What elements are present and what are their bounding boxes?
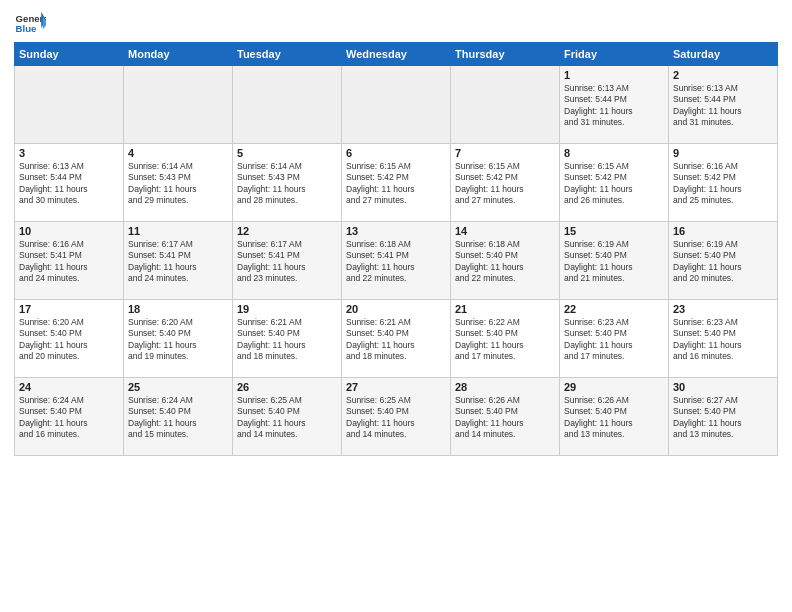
calendar-cell: 22Sunrise: 6:23 AMSunset: 5:40 PMDayligh…: [560, 300, 669, 378]
day-info: Sunrise: 6:19 AMSunset: 5:40 PMDaylight:…: [564, 239, 664, 285]
day-number: 9: [673, 147, 773, 159]
day-info: Sunrise: 6:13 AMSunset: 5:44 PMDaylight:…: [673, 83, 773, 129]
calendar-cell: 3Sunrise: 6:13 AMSunset: 5:44 PMDaylight…: [15, 144, 124, 222]
day-number: 11: [128, 225, 228, 237]
calendar-cell: 9Sunrise: 6:16 AMSunset: 5:42 PMDaylight…: [669, 144, 778, 222]
day-number: 30: [673, 381, 773, 393]
header-row: SundayMondayTuesdayWednesdayThursdayFrid…: [15, 43, 778, 66]
day-info: Sunrise: 6:15 AMSunset: 5:42 PMDaylight:…: [346, 161, 446, 207]
day-number: 20: [346, 303, 446, 315]
calendar-cell: 13Sunrise: 6:18 AMSunset: 5:41 PMDayligh…: [342, 222, 451, 300]
calendar-header: SundayMondayTuesdayWednesdayThursdayFrid…: [15, 43, 778, 66]
day-info: Sunrise: 6:13 AMSunset: 5:44 PMDaylight:…: [564, 83, 664, 129]
day-number: 1: [564, 69, 664, 81]
calendar-cell: 27Sunrise: 6:25 AMSunset: 5:40 PMDayligh…: [342, 378, 451, 456]
day-info: Sunrise: 6:24 AMSunset: 5:40 PMDaylight:…: [128, 395, 228, 441]
calendar-cell: 15Sunrise: 6:19 AMSunset: 5:40 PMDayligh…: [560, 222, 669, 300]
day-info: Sunrise: 6:26 AMSunset: 5:40 PMDaylight:…: [564, 395, 664, 441]
day-info: Sunrise: 6:25 AMSunset: 5:40 PMDaylight:…: [237, 395, 337, 441]
day-info: Sunrise: 6:20 AMSunset: 5:40 PMDaylight:…: [19, 317, 119, 363]
day-number: 17: [19, 303, 119, 315]
day-info: Sunrise: 6:14 AMSunset: 5:43 PMDaylight:…: [237, 161, 337, 207]
day-info: Sunrise: 6:21 AMSunset: 5:40 PMDaylight:…: [346, 317, 446, 363]
calendar-cell: [233, 66, 342, 144]
calendar-cell: 21Sunrise: 6:22 AMSunset: 5:40 PMDayligh…: [451, 300, 560, 378]
day-number: 28: [455, 381, 555, 393]
day-info: Sunrise: 6:15 AMSunset: 5:42 PMDaylight:…: [455, 161, 555, 207]
day-info: Sunrise: 6:23 AMSunset: 5:40 PMDaylight:…: [564, 317, 664, 363]
calendar-cell: 18Sunrise: 6:20 AMSunset: 5:40 PMDayligh…: [124, 300, 233, 378]
day-number: 22: [564, 303, 664, 315]
day-header-thursday: Thursday: [451, 43, 560, 66]
day-number: 7: [455, 147, 555, 159]
calendar-week-3: 10Sunrise: 6:16 AMSunset: 5:41 PMDayligh…: [15, 222, 778, 300]
calendar-week-2: 3Sunrise: 6:13 AMSunset: 5:44 PMDaylight…: [15, 144, 778, 222]
day-info: Sunrise: 6:19 AMSunset: 5:40 PMDaylight:…: [673, 239, 773, 285]
day-info: Sunrise: 6:16 AMSunset: 5:41 PMDaylight:…: [19, 239, 119, 285]
calendar-cell: 7Sunrise: 6:15 AMSunset: 5:42 PMDaylight…: [451, 144, 560, 222]
day-info: Sunrise: 6:27 AMSunset: 5:40 PMDaylight:…: [673, 395, 773, 441]
day-number: 16: [673, 225, 773, 237]
day-info: Sunrise: 6:16 AMSunset: 5:42 PMDaylight:…: [673, 161, 773, 207]
day-number: 27: [346, 381, 446, 393]
calendar-cell: 24Sunrise: 6:24 AMSunset: 5:40 PMDayligh…: [15, 378, 124, 456]
calendar-cell: 5Sunrise: 6:14 AMSunset: 5:43 PMDaylight…: [233, 144, 342, 222]
calendar-cell: [124, 66, 233, 144]
day-info: Sunrise: 6:21 AMSunset: 5:40 PMDaylight:…: [237, 317, 337, 363]
day-info: Sunrise: 6:23 AMSunset: 5:40 PMDaylight:…: [673, 317, 773, 363]
calendar-cell: 23Sunrise: 6:23 AMSunset: 5:40 PMDayligh…: [669, 300, 778, 378]
header: General Blue: [14, 10, 778, 38]
day-number: 12: [237, 225, 337, 237]
day-number: 26: [237, 381, 337, 393]
day-info: Sunrise: 6:24 AMSunset: 5:40 PMDaylight:…: [19, 395, 119, 441]
calendar-table: SundayMondayTuesdayWednesdayThursdayFrid…: [14, 42, 778, 456]
day-header-sunday: Sunday: [15, 43, 124, 66]
calendar-cell: [342, 66, 451, 144]
day-info: Sunrise: 6:17 AMSunset: 5:41 PMDaylight:…: [237, 239, 337, 285]
page-container: General Blue SundayMondayTuesdayWednesda…: [0, 0, 792, 462]
calendar-cell: 10Sunrise: 6:16 AMSunset: 5:41 PMDayligh…: [15, 222, 124, 300]
day-info: Sunrise: 6:20 AMSunset: 5:40 PMDaylight:…: [128, 317, 228, 363]
day-header-wednesday: Wednesday: [342, 43, 451, 66]
day-number: 3: [19, 147, 119, 159]
day-number: 5: [237, 147, 337, 159]
day-header-saturday: Saturday: [669, 43, 778, 66]
day-number: 25: [128, 381, 228, 393]
calendar-cell: 12Sunrise: 6:17 AMSunset: 5:41 PMDayligh…: [233, 222, 342, 300]
day-number: 19: [237, 303, 337, 315]
calendar-cell: 1Sunrise: 6:13 AMSunset: 5:44 PMDaylight…: [560, 66, 669, 144]
day-info: Sunrise: 6:22 AMSunset: 5:40 PMDaylight:…: [455, 317, 555, 363]
day-number: 2: [673, 69, 773, 81]
day-number: 6: [346, 147, 446, 159]
day-info: Sunrise: 6:15 AMSunset: 5:42 PMDaylight:…: [564, 161, 664, 207]
day-info: Sunrise: 6:18 AMSunset: 5:40 PMDaylight:…: [455, 239, 555, 285]
calendar-cell: [451, 66, 560, 144]
calendar-cell: 19Sunrise: 6:21 AMSunset: 5:40 PMDayligh…: [233, 300, 342, 378]
calendar-cell: [15, 66, 124, 144]
day-header-tuesday: Tuesday: [233, 43, 342, 66]
day-number: 4: [128, 147, 228, 159]
day-number: 13: [346, 225, 446, 237]
calendar-cell: 20Sunrise: 6:21 AMSunset: 5:40 PMDayligh…: [342, 300, 451, 378]
calendar-week-1: 1Sunrise: 6:13 AMSunset: 5:44 PMDaylight…: [15, 66, 778, 144]
day-info: Sunrise: 6:18 AMSunset: 5:41 PMDaylight:…: [346, 239, 446, 285]
calendar-cell: 26Sunrise: 6:25 AMSunset: 5:40 PMDayligh…: [233, 378, 342, 456]
day-number: 8: [564, 147, 664, 159]
day-number: 14: [455, 225, 555, 237]
day-number: 23: [673, 303, 773, 315]
day-info: Sunrise: 6:26 AMSunset: 5:40 PMDaylight:…: [455, 395, 555, 441]
calendar-cell: 29Sunrise: 6:26 AMSunset: 5:40 PMDayligh…: [560, 378, 669, 456]
calendar-cell: 14Sunrise: 6:18 AMSunset: 5:40 PMDayligh…: [451, 222, 560, 300]
calendar-cell: 8Sunrise: 6:15 AMSunset: 5:42 PMDaylight…: [560, 144, 669, 222]
calendar-cell: 16Sunrise: 6:19 AMSunset: 5:40 PMDayligh…: [669, 222, 778, 300]
calendar-cell: 25Sunrise: 6:24 AMSunset: 5:40 PMDayligh…: [124, 378, 233, 456]
calendar-cell: 28Sunrise: 6:26 AMSunset: 5:40 PMDayligh…: [451, 378, 560, 456]
calendar-cell: 2Sunrise: 6:13 AMSunset: 5:44 PMDaylight…: [669, 66, 778, 144]
day-number: 10: [19, 225, 119, 237]
calendar-cell: 4Sunrise: 6:14 AMSunset: 5:43 PMDaylight…: [124, 144, 233, 222]
day-info: Sunrise: 6:14 AMSunset: 5:43 PMDaylight:…: [128, 161, 228, 207]
calendar-week-4: 17Sunrise: 6:20 AMSunset: 5:40 PMDayligh…: [15, 300, 778, 378]
day-info: Sunrise: 6:13 AMSunset: 5:44 PMDaylight:…: [19, 161, 119, 207]
calendar-cell: 6Sunrise: 6:15 AMSunset: 5:42 PMDaylight…: [342, 144, 451, 222]
day-number: 18: [128, 303, 228, 315]
